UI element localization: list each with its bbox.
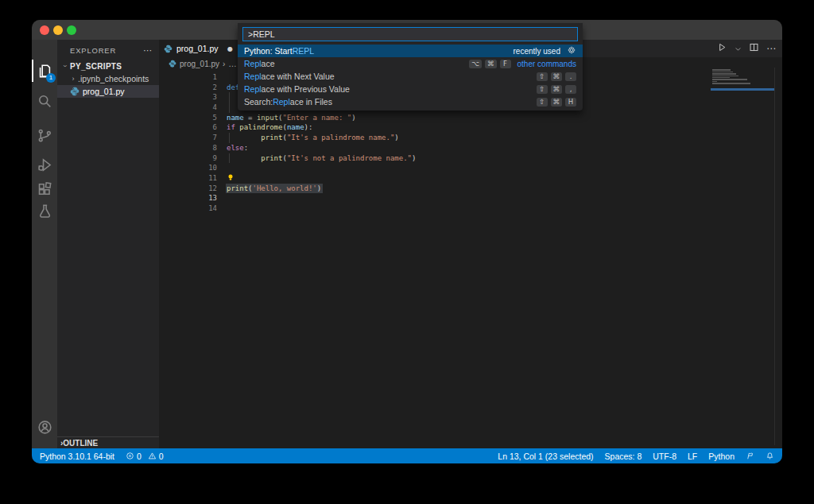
minimap-line [712,79,747,79]
recently-used-label: recently used [514,47,560,56]
code-line[interactable]: 14 [159,204,711,214]
code-token: : [244,144,248,152]
line-content: name = input("Enter a name: ") [227,113,356,123]
minimap-line [712,77,730,78]
code-token: print [261,134,282,142]
palette-item-python-start-repl[interactable]: Python: Start REPL recently used [238,45,583,57]
code-action-lightbulb-icon[interactable] [227,173,235,181]
run-debug-icon[interactable] [32,151,57,178]
indentation-label: Spaces: 8 [605,452,642,461]
close-window-button[interactable] [40,25,49,35]
python-interpreter-status[interactable]: Python 3.10.1 64-bit [40,452,114,461]
run-dropdown-chevron-icon[interactable] [735,41,742,56]
palette-item-replace[interactable]: Replace ⌥ ⌘ F other commands [238,57,583,70]
activity-bar: 1 [32,40,57,448]
line-content: if palindrome(name): [227,122,312,133]
code-editor[interactable]: 12def palindrome(name):3 a = name.lower(… [159,70,711,448]
configure-keybinding-gear-icon[interactable] [567,45,576,56]
code-token: print [261,154,282,162]
line-number: 4 [159,103,217,113]
root-folder-label: PY_SCRIPTS [70,62,122,71]
code-line[interactable]: 5name = input("Enter a name: ") [159,113,711,123]
code-line[interactable]: 9 print("It's not a palindrome name.") [159,153,711,164]
accounts-icon[interactable] [32,413,57,440]
command-palette: Python: Start REPL recently used Replace… [238,23,583,110]
python-file-icon [70,87,79,96]
cursor-position-status[interactable]: Ln 13, Col 1 (23 selected) [498,452,593,461]
eol-status[interactable]: LF [688,452,697,461]
line-content: print("It's not a palindrome name.") [227,153,416,164]
key-shift: ⇧ [537,98,548,107]
chevron-down-icon: › [61,61,69,71]
code-line[interactable]: 8else: [159,143,711,153]
vscode-window: 1 EXPLORER ⋯ › PY_SCRIPTS [32,20,782,463]
breadcrumb-symbol-more[interactable]: … [228,60,236,68]
explorer-more-actions-icon[interactable]: ⋯ [143,48,153,54]
item-text: Search: [244,97,273,107]
indentation-status[interactable]: Spaces: 8 [605,452,642,461]
command-palette-input[interactable] [242,27,578,41]
explorer-icon[interactable]: 1 [32,57,57,84]
language-mode-status[interactable]: Python [708,452,735,461]
breadcrumb-file[interactable]: prog_01.py [180,60,219,68]
line-content [227,173,235,184]
key-shift: ⇧ [537,72,548,81]
code-token: ) [394,134,398,142]
status-bar: Python 3.10.1 64-bit 0 0 Ln 13, Col 1 (2… [32,448,782,463]
testing-icon[interactable] [32,197,57,224]
code-line[interactable]: 6if palindrome(name): [159,122,711,133]
code-token: "It's not a palindrome name." [287,154,412,162]
split-editor-icon[interactable] [749,41,759,56]
minimap[interactable] [711,68,775,445]
code-line[interactable]: 10 [159,163,711,173]
modified-dot-icon[interactable]: ● [227,45,233,52]
folder-root-py-scripts[interactable]: › PY_SCRIPTS [57,60,159,72]
folder-label: .ipynb_checkpoints [78,74,149,83]
explorer-badge: 1 [46,73,56,83]
problems-status[interactable]: 0 0 [126,452,164,461]
eol-label: LF [688,452,697,461]
minimize-window-button[interactable] [53,25,63,35]
palette-item-replace-next-value[interactable]: Replace with Next Value ⇧ ⌘ . [238,70,583,83]
tree-item-prog-01[interactable]: prog_01.py [57,85,159,98]
minimap-line [712,69,731,70]
key-command: ⌘ [551,85,563,94]
minimap-line [711,88,774,91]
encoding-status[interactable]: UTF-8 [653,452,676,461]
run-python-file-button[interactable] [717,41,727,56]
code-line[interactable]: 7 print("It's a palindrome name.") [159,133,711,143]
palette-item-search-replace-in-files[interactable]: Search: Replace in Files ⇧ ⌘ H [238,95,583,108]
zoom-window-button[interactable] [67,25,76,35]
code-line[interactable]: 11 [159,173,711,184]
editor-more-actions-icon[interactable]: ⋯ [766,43,776,54]
feedback-icon[interactable] [746,452,754,460]
key-comma: , [565,85,576,94]
code-line[interactable]: 12print('Hello, world!') [159,184,711,194]
line-number: 5 [159,113,217,123]
other-commands-link[interactable]: other commands [517,60,576,68]
item-text: Python: Start [244,46,293,56]
key-h: H [565,98,576,107]
code-line[interactable]: 13 [159,193,711,204]
source-control-icon[interactable] [32,122,57,149]
line-content: else: [227,143,248,153]
line-number: 7 [159,133,217,143]
palette-item-replace-previous-value[interactable]: Replace with Previous Value ⇧ ⌘ , [238,83,583,95]
tree-item-ipynb-checkpoints[interactable]: › .ipynb_checkpoints [57,72,159,85]
outline-section-header[interactable]: › OUTLINE [57,436,159,448]
cursor-position-label: Ln 13, Col 1 (23 selected) [498,452,593,461]
error-count: 0 [137,452,141,461]
line-number: 10 [159,163,217,173]
tab-prog-01[interactable]: prog_01.py ● [159,40,238,57]
explorer-title: EXPLORER [70,46,116,55]
key-command: ⌘ [551,72,563,81]
code-token: ) [351,114,355,122]
warning-count: 0 [159,452,164,461]
code-token: ) [412,154,416,162]
line-content: print("It's a palindrome name.") [227,133,399,143]
item-match: REPL [293,46,314,56]
notifications-bell-icon[interactable] [766,452,774,460]
code-token: input [257,114,278,122]
search-icon[interactable] [32,87,57,114]
code-token: name [227,114,244,122]
